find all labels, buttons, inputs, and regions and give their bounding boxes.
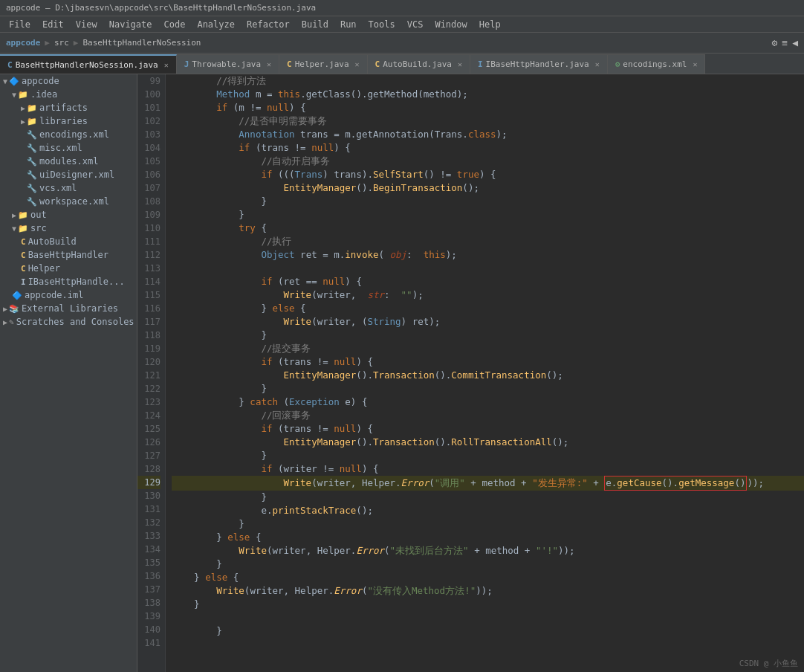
sidebar-item-basehttphandler[interactable]: C BaseHttpHandler (0, 248, 137, 262)
line-numbers: 99 100 101 102 103 104 105 106 107 108 1… (137, 74, 166, 672)
code-line-104: if (trans != null) { (172, 141, 804, 155)
menu-edit[interactable]: Edit (36, 19, 70, 30)
xml-icon: 🔧 (27, 197, 37, 207)
menu-bar: File Edit View Navigate Code Analyze Ref… (0, 16, 804, 33)
tab-autobuild[interactable]: C AutoBuild.java ✕ (368, 54, 470, 74)
title-text: appcode – D:\jbasesvn\appcode\src\BaseHt… (6, 3, 316, 13)
sidebar-item-misc[interactable]: 🔧 misc.xml (0, 141, 137, 155)
menu-tools[interactable]: Tools (363, 19, 401, 30)
code-line-131: e.printStackTrace(); (172, 504, 804, 517)
toolbar-back-icon[interactable]: ◀ (792, 37, 798, 48)
menu-view[interactable]: View (70, 19, 103, 30)
tab-encodings[interactable]: ⚙ encodings.xml ✕ (608, 54, 706, 74)
sidebar-item-appcode[interactable]: ▼ 🔷 appcode (0, 74, 137, 88)
code-line-114: if (ret == null) { (172, 275, 804, 288)
code-line-126: EntityManager().Transaction().RollTransa… (172, 436, 804, 449)
folder-icon: 📁 (27, 117, 37, 126)
menu-help[interactable]: Help (473, 19, 507, 30)
sidebar-item-ibasehttphandler[interactable]: I IBaseHttpHandle... (0, 275, 137, 288)
sidebar-item-appcodeiml[interactable]: 🔷 appcode.iml (0, 288, 137, 302)
sidebar-item-libraries[interactable]: ▶ 📁 libraries (0, 114, 137, 128)
toolbar-src[interactable]: src (54, 38, 69, 48)
menu-code[interactable]: Code (158, 19, 192, 30)
sidebar-label-out: out (30, 210, 47, 220)
code-line-99: //得到方法 (172, 74, 804, 88)
menu-build[interactable]: Build (296, 19, 334, 30)
code-line-127: } (172, 449, 804, 462)
tab-close-icon[interactable]: ✕ (164, 61, 169, 69)
code-line-133: } else { (172, 531, 804, 544)
toolbar-menu-icon[interactable]: ≡ (782, 37, 788, 48)
tab-label: BaseHttpHandlerNoSession.java (16, 60, 158, 70)
code-line-140: } (172, 624, 804, 638)
tab-close-icon[interactable]: ✕ (267, 60, 271, 68)
toolbar-settings-icon[interactable]: ⚙ (772, 37, 778, 48)
code-line-100: Method m = this.getClass().getMethod(met… (172, 88, 804, 101)
sidebar-label-vcs: vcs.xml (39, 183, 77, 193)
sidebar-item-helper[interactable]: C Helper (0, 262, 137, 275)
code-line-108: } (172, 195, 804, 208)
menu-run[interactable]: Run (334, 19, 363, 30)
code-line-119: //提交事务 (172, 342, 804, 355)
xml-icon: 🔧 (27, 184, 37, 193)
sidebar-item-modules[interactable]: 🔧 modules.xml (0, 155, 137, 168)
code-editor[interactable]: 99 100 101 102 103 104 105 106 107 108 1… (137, 74, 804, 672)
code-text[interactable]: //得到方法 Method m = this.getClass().getMet… (166, 74, 804, 672)
menu-file[interactable]: File (3, 19, 36, 30)
tab-close-icon[interactable]: ✕ (693, 60, 697, 68)
menu-window[interactable]: Window (429, 19, 473, 30)
code-line-120: if (trans != null) { (172, 355, 804, 369)
menu-navigate[interactable]: Navigate (103, 19, 158, 30)
tab-helper[interactable]: C Helper.java ✕ (279, 54, 368, 74)
code-line-107: EntityManager().BeginTransaction(); (172, 181, 804, 195)
code-line-134: Write(writer, Helper.Error("未找到后台方法" + m… (172, 544, 804, 558)
tab-label: Throwable.java (192, 59, 261, 69)
toolbar: appcode ▶ src ▶ BaseHttpHandlerNoSession… (0, 33, 804, 54)
sidebar-label-helper: Helper (28, 263, 60, 274)
sidebar-item-vcs[interactable]: 🔧 vcs.xml (0, 181, 137, 195)
tab-throwable[interactable]: J Throwable.java ✕ (177, 54, 279, 74)
code-line-132: } (172, 517, 804, 531)
sidebar-item-extlibs[interactable]: ▶ 📚 External Libraries (0, 302, 137, 315)
tab-java-icon: J (184, 59, 189, 69)
menu-vcs[interactable]: VCS (401, 19, 429, 30)
sidebar-item-uidesigner[interactable]: 🔧 uiDesigner.xml (0, 168, 137, 181)
tab-java-icon: C (7, 60, 13, 70)
sidebar-label-misc: misc.xml (39, 143, 82, 153)
java-i-icon: I (21, 277, 26, 287)
tab-close-icon[interactable]: ✕ (458, 60, 462, 68)
title-bar: appcode – D:\jbasesvn\appcode\src\BaseHt… (0, 0, 804, 16)
sidebar-item-encodings[interactable]: 🔧 encodings.xml (0, 128, 137, 141)
sidebar-label-basehttphandler: BaseHttpHandler (28, 250, 108, 260)
sidebar-label-extlibs: External Libraries (22, 303, 118, 314)
sidebar-item-workspace[interactable]: 🔧 workspace.xml (0, 195, 137, 208)
tab-xml-icon: ⚙ (615, 59, 620, 69)
menu-refactor[interactable]: Refactor (241, 19, 296, 30)
project-sidebar: ▼ 🔷 appcode ▼ 📁 .idea ▶ 📁 artifacts ▶ 📁 … (0, 74, 137, 672)
sidebar-label-uidesigner: uiDesigner.xml (39, 169, 114, 180)
code-line-136: } else { (172, 571, 804, 584)
code-line-139 (172, 611, 804, 624)
sidebar-label-ibasehttphandler: IBaseHttpHandle... (28, 277, 125, 287)
tab-basehttphandlernosession[interactable]: C BaseHttpHandlerNoSession.java ✕ (0, 54, 177, 74)
tab-ibasehttphandler[interactable]: I IBaseHttpHandler.java ✕ (470, 54, 608, 74)
toolbar-project[interactable]: appcode (6, 38, 40, 48)
sidebar-item-scratches[interactable]: ▶ ✎ Scratches and Consoles (0, 315, 137, 329)
expand-icon: ▶ (3, 318, 7, 326)
sidebar-item-autobuild[interactable]: C AutoBuild (0, 235, 137, 248)
tab-c-icon: C (375, 59, 380, 69)
xml-icon: 🔧 (27, 130, 37, 140)
tab-close-icon[interactable]: ✕ (595, 60, 600, 68)
sidebar-item-out[interactable]: ▶ 📁 out (0, 208, 137, 222)
tab-close-icon[interactable]: ✕ (355, 60, 360, 68)
code-line-121: EntityManager().Transaction().CommitTran… (172, 369, 804, 382)
tab-label: encodings.xml (623, 59, 687, 69)
toolbar-sep2: ▶ (74, 38, 79, 48)
toolbar-file[interactable]: BaseHttpHandlerNoSession (82, 38, 201, 48)
sidebar-item-idea[interactable]: ▼ 📁 .idea (0, 88, 137, 101)
menu-analyze[interactable]: Analyze (191, 19, 241, 30)
sidebar-item-artifacts[interactable]: ▶ 📁 artifacts (0, 101, 137, 114)
sidebar-item-src[interactable]: ▼ 📁 src (0, 222, 137, 235)
java-c-icon: C (21, 264, 26, 274)
scratch-icon: ✎ (9, 317, 14, 327)
